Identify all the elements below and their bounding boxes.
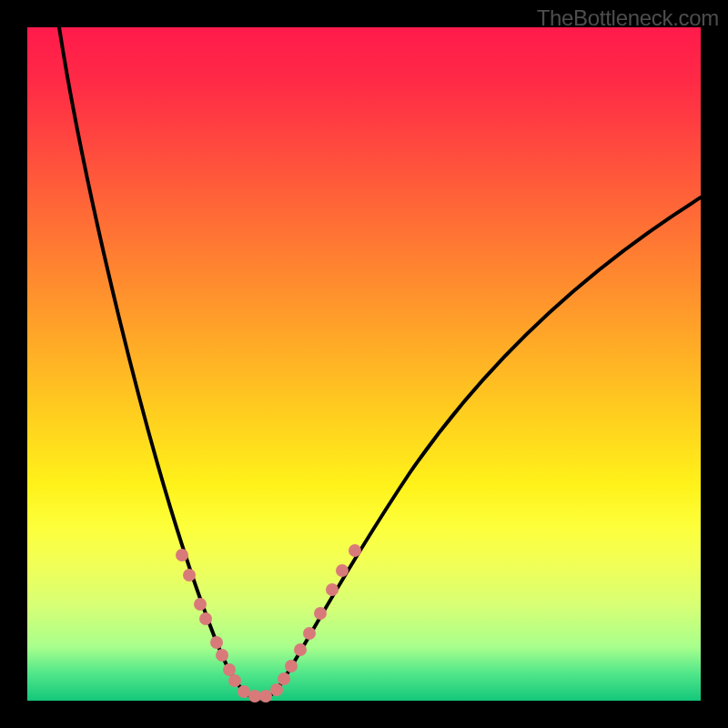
plot-area <box>27 27 701 701</box>
bottleneck-curve <box>27 27 701 701</box>
curve-path <box>59 27 701 699</box>
chart-frame: TheBottleneck.com <box>0 0 728 728</box>
